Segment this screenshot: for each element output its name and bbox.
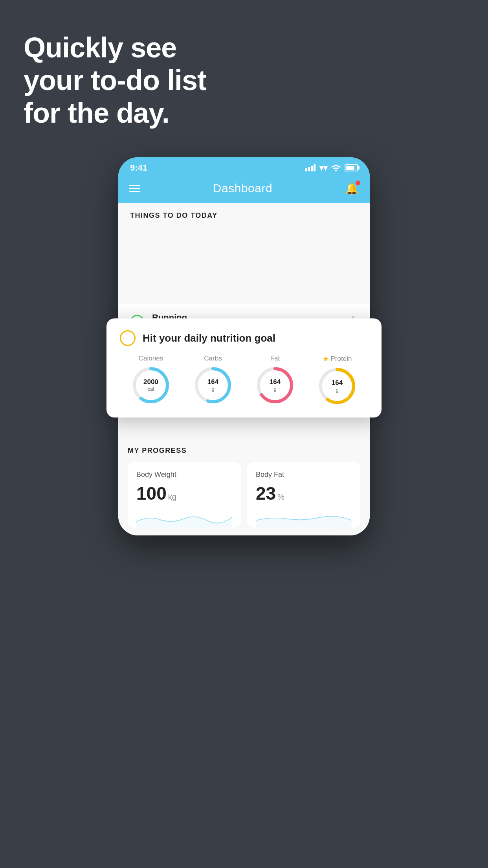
body-weight-card: Body Weight 100kg (128, 462, 241, 528)
calories-item: Calories 2000 cal (131, 355, 171, 405)
floating-nutrition-card: Hit your daily nutrition goal Calories 2… (106, 318, 382, 417)
notification-button[interactable]: 🔔 (345, 182, 359, 195)
fat-label: Fat (270, 355, 280, 362)
progress-title: MY PROGRESS (128, 447, 360, 455)
body-weight-value: 100kg (136, 484, 232, 502)
notification-dot (356, 180, 360, 185)
carbs-circle: 164 g (193, 366, 233, 405)
protein-circle: 164 g (317, 366, 357, 406)
carbs-label: Carbs (204, 355, 222, 362)
battery-icon (345, 164, 358, 171)
calories-circle: 2000 cal (131, 366, 171, 405)
menu-button[interactable] (129, 185, 140, 192)
app-header: Dashboard 🔔 (118, 176, 370, 203)
calories-label: Calories (139, 355, 163, 362)
nutrition-circles: Calories 2000 cal Carbs (120, 355, 368, 406)
wifi-icon: ▾▾ (319, 163, 327, 173)
time-display: 9:41 (130, 163, 147, 173)
progress-section: MY PROGRESS Body Weight 100kg Bod (118, 437, 370, 535)
body-fat-label: Body Fat (256, 471, 352, 479)
fat-item: Fat 164 g (255, 355, 295, 405)
header-title: Dashboard (213, 182, 272, 195)
card-title: Hit your daily nutrition goal (143, 332, 275, 344)
hero-text: Quickly see your to-do list for the day. (24, 31, 206, 129)
body-fat-value: 23% (256, 484, 352, 502)
progress-cards: Body Weight 100kg Body Fat 23% (128, 462, 360, 528)
wifi-icon (331, 164, 341, 171)
things-section-header: THINGS TO DO TODAY (118, 203, 370, 225)
carbs-item: Carbs 164 g (193, 355, 233, 405)
protein-label: ★ Protein (323, 355, 352, 363)
hero-line1: Quickly see (24, 31, 206, 64)
hero-line2: your to-do list (24, 64, 206, 97)
protein-star-icon: ★ (323, 355, 329, 363)
card-title-row: Hit your daily nutrition goal (120, 330, 368, 346)
body-weight-label: Body Weight (136, 471, 232, 479)
signal-icon (305, 164, 316, 171)
hero-line3: for the day. (24, 97, 206, 129)
nutrition-check-circle (120, 330, 136, 346)
fat-circle: 164 g (255, 366, 295, 405)
body-fat-card: Body Fat 23% (247, 462, 360, 528)
status-bar-right: ▾▾ (305, 163, 358, 173)
status-bar: 9:41 ▾▾ (118, 157, 370, 176)
protein-item: ★ Protein 164 g (317, 355, 357, 406)
